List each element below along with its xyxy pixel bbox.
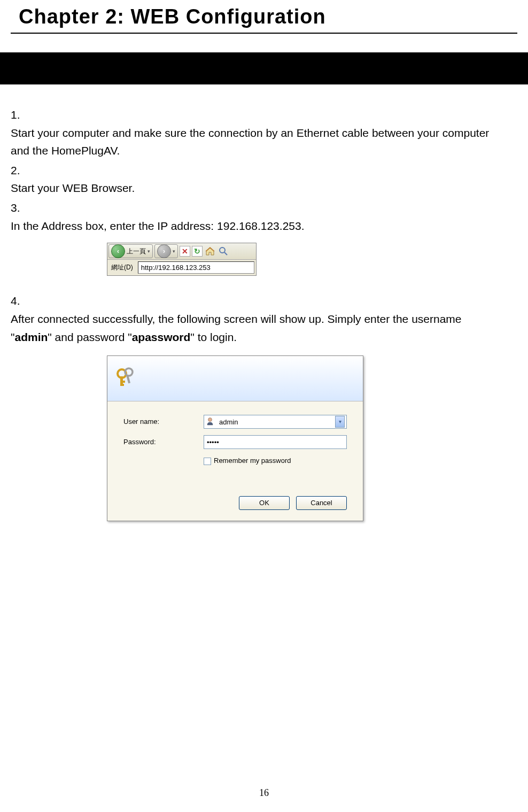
step-4-text: After connected successfully, the follow… — [11, 310, 499, 346]
stop-button[interactable]: ✕ — [180, 246, 190, 257]
svg-line-1 — [224, 252, 227, 255]
dialog-button-row: OK Cancel — [123, 496, 347, 510]
step-4-text-c: " to login. — [190, 331, 237, 343]
step-4-bold-a: admin — [14, 331, 48, 343]
username-field-wrap: ▾ — [204, 415, 347, 429]
auth-dialog-header — [107, 356, 363, 401]
step-1-text: Start your computer and make sure the co… — [11, 124, 499, 160]
password-label: Password: — [123, 437, 204, 448]
step-4-text-b: " and password " — [48, 331, 131, 343]
svg-rect-5 — [120, 384, 124, 386]
address-label: 網址(D) — [109, 261, 135, 274]
step-4-bold-b: apassword — [132, 331, 191, 343]
step-2-text: Start your WEB Browser. — [11, 179, 499, 197]
forward-arrow-icon: › — [157, 244, 171, 258]
back-button[interactable]: ‹ 上一頁 ▾ — [108, 244, 153, 258]
username-input[interactable] — [218, 417, 335, 427]
step-2-number: 2. — [11, 161, 27, 180]
page-number: 16 — [259, 787, 269, 799]
username-row: User name: ▾ — [123, 415, 347, 429]
title-underline — [11, 33, 517, 34]
step-4: 4. After connected successfully, the fol… — [11, 292, 517, 346]
step-1: 1. Start your computer and make sure the… — [11, 106, 517, 160]
keys-icon — [114, 366, 139, 391]
forward-dropdown-icon: ▾ — [173, 248, 175, 255]
back-dropdown-icon: ▾ — [147, 248, 150, 255]
password-field-wrap — [204, 435, 347, 449]
back-button-label: 上一頁 — [127, 246, 146, 257]
content-area: 1. Start your computer and make sure the… — [11, 106, 517, 521]
section-header-bar — [0, 52, 528, 84]
step-3-text: In the Address box, enter the IP address… — [11, 217, 499, 235]
username-label: User name: — [123, 416, 204, 428]
cancel-button[interactable]: Cancel — [296, 496, 347, 510]
step-1-number: 1. — [11, 106, 27, 124]
username-dropdown-button[interactable]: ▾ — [335, 416, 345, 428]
svg-point-8 — [208, 418, 212, 422]
address-input[interactable] — [138, 261, 254, 274]
browser-nav-bar: ‹ 上一頁 ▾ › ▾ ✕ ↻ — [107, 243, 256, 260]
ok-button[interactable]: OK — [239, 496, 290, 510]
svg-rect-4 — [120, 381, 125, 383]
step-4-number: 4. — [11, 292, 27, 310]
chapter-title: Chapter 2: WEB Configuration — [19, 5, 517, 28]
step-3: 3. In the Address box, enter the IP addr… — [11, 199, 517, 235]
password-row: Password: — [123, 435, 347, 449]
browser-toolbar-screenshot: ‹ 上一頁 ▾ › ▾ ✕ ↻ — [107, 243, 257, 276]
step-2: 2. Start your WEB Browser. — [11, 161, 517, 197]
auth-dialog-screenshot: User name: ▾ Password: — [107, 355, 363, 521]
password-input[interactable] — [206, 437, 345, 447]
refresh-button[interactable]: ↻ — [192, 246, 203, 257]
search-icon — [219, 246, 228, 256]
forward-button[interactable]: › ▾ — [154, 244, 178, 258]
auth-dialog-body: User name: ▾ Password: — [107, 401, 363, 521]
back-arrow-icon: ‹ — [111, 244, 125, 258]
search-button[interactable] — [218, 246, 229, 257]
remember-password-row: Remember my password — [204, 455, 347, 467]
remember-password-label: Remember my password — [214, 455, 291, 467]
home-button[interactable] — [204, 246, 216, 257]
browser-address-row: 網址(D) — [107, 260, 256, 275]
step-3-number: 3. — [11, 199, 27, 217]
remember-password-checkbox[interactable] — [204, 458, 211, 465]
home-icon — [205, 247, 215, 256]
user-icon — [206, 417, 215, 427]
svg-point-0 — [220, 248, 225, 253]
